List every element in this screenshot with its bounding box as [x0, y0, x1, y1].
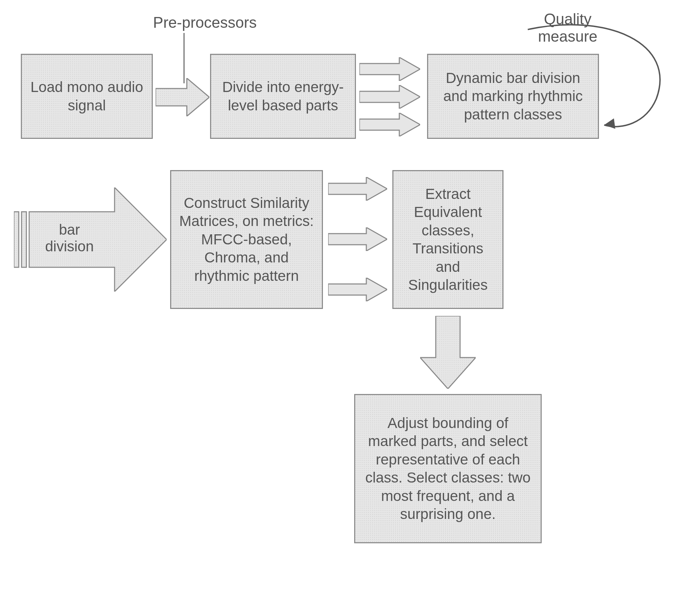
box-divide-energy: Divide into energy-level based parts	[210, 54, 356, 139]
svg-marker-7	[328, 177, 387, 201]
svg-marker-6	[359, 113, 420, 136]
svg-marker-4	[359, 57, 420, 81]
label-bar-division: bar division	[35, 221, 104, 255]
arrow-construct-to-extract-3	[328, 278, 387, 303]
svg-marker-5	[359, 85, 420, 109]
svg-marker-17	[420, 316, 476, 389]
box-adjust-bounding: Adjust bounding of marked parts, and sel…	[354, 394, 542, 543]
svg-marker-8	[328, 227, 387, 251]
arrow-divide-to-dynamic-3	[359, 113, 420, 138]
arrow-divide-to-dynamic-1	[359, 57, 420, 82]
arrow-divide-to-dynamic-2	[359, 85, 420, 110]
arrow-construct-to-extract-1	[328, 177, 387, 202]
arrow-quality-measure	[517, 23, 688, 135]
svg-rect-12	[14, 212, 19, 267]
svg-marker-9	[328, 278, 387, 301]
box-construct-similarity: Construct Similarity Matrices, on metric…	[170, 170, 323, 309]
svg-marker-18	[604, 118, 615, 129]
box-extract-classes: Extract Equivalent classes, Transitions …	[392, 170, 503, 309]
arrow-construct-to-extract-2	[328, 227, 387, 252]
arrow-extract-to-adjust	[420, 316, 476, 390]
leader-preprocessors	[182, 33, 186, 85]
flowchart-canvas: Pre-processors Quality measure Load mono…	[0, 0, 700, 612]
svg-rect-13	[22, 212, 26, 267]
label-pre-processors: Pre-processors	[146, 14, 264, 31]
box-load-mono-audio: Load mono audio signal	[21, 54, 153, 139]
